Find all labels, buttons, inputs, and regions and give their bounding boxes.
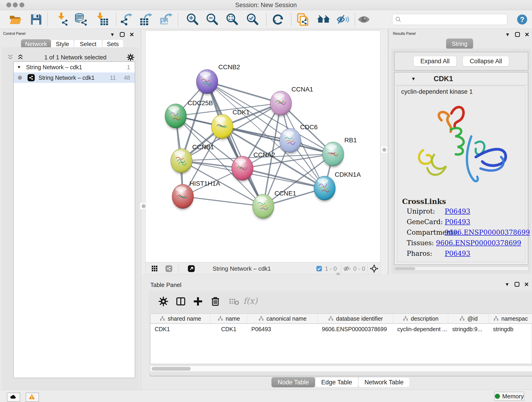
node-label-CDKN1A: CDKN1A: [335, 171, 361, 178]
float-table-icon[interactable]: [515, 282, 519, 287]
hidden-eye-slash-icon[interactable]: [343, 265, 351, 273]
crosslink-link[interactable]: P06493: [445, 207, 470, 215]
table-panel-title: Table Panel: [150, 281, 181, 288]
table-cell[interactable]: CDK1: [210, 324, 247, 334]
network-list: ▼ String Network – cdk1 1 String Network…: [13, 61, 135, 378]
close-table-icon[interactable]: ×: [525, 282, 529, 287]
table-panel: Table Panel ▼ × f(x) shared namenamecano…: [141, 275, 532, 390]
network-node-CCNB1[interactable]: CCNB1: [171, 143, 214, 174]
zoom-out-icon[interactable]: [205, 13, 219, 26]
column-header-name[interactable]: name: [210, 314, 247, 324]
table-cell[interactable]: stringdb:9...: [448, 324, 489, 334]
clone-network-icon[interactable]: [296, 13, 310, 26]
table-cell[interactable]: stringdb: [489, 324, 532, 334]
export-network-icon[interactable]: [119, 13, 133, 26]
left-splitter[interactable]: [141, 29, 146, 275]
collapse-all-networks-icon[interactable]: [6, 53, 14, 61]
export-table-icon[interactable]: [139, 13, 153, 26]
memory-status-dot: [495, 394, 500, 399]
table-cell[interactable]: P06493: [247, 324, 318, 334]
svg-text:?: ?: [520, 16, 524, 24]
network-node-CCNA1[interactable]: CCNA1: [270, 86, 313, 117]
import-table-icon[interactable]: [95, 13, 109, 26]
tab-network-table[interactable]: Network Table: [358, 377, 410, 387]
network-row[interactable]: String Network – cdk1 11 48: [14, 72, 135, 83]
save-session-icon[interactable]: [29, 13, 43, 26]
import-database-icon[interactable]: [74, 13, 88, 26]
add-column-icon[interactable]: [193, 296, 203, 307]
search-field[interactable]: [402, 15, 507, 24]
table-hscrollbar[interactable]: [150, 366, 532, 371]
column-header-namespac[interactable]: namespac: [489, 314, 532, 324]
network-collection-label: String Network – cdk1: [26, 64, 82, 70]
detach-view-icon[interactable]: [187, 265, 195, 273]
refresh-icon[interactable]: [271, 13, 285, 26]
open-session-icon[interactable]: [9, 13, 22, 26]
grid-view-icon[interactable]: [151, 265, 158, 273]
table-options-gear-icon[interactable]: [158, 296, 169, 307]
expand-all-button[interactable]: Expand All: [413, 56, 457, 66]
crosslink-link[interactable]: 9606.ENSP00000378699: [445, 229, 530, 236]
crosslink-link[interactable]: P06493: [445, 249, 470, 257]
export-image-icon[interactable]: [159, 13, 173, 26]
toolbar-separator: [116, 13, 116, 26]
crosslink-link[interactable]: P06493: [445, 218, 470, 226]
tab-string[interactable]: String: [446, 38, 473, 49]
network-share-icon[interactable]: [165, 265, 173, 273]
memory-button[interactable]: Memory: [494, 392, 524, 401]
collapse-all-button[interactable]: Collapse All: [462, 56, 509, 66]
network-node-CCNE1[interactable]: CCNE1: [253, 190, 296, 220]
column-header-canonical-name[interactable]: canonical name: [247, 314, 318, 324]
column-header-description[interactable]: description: [393, 314, 448, 324]
column-header--id[interactable]: @id: [448, 314, 489, 324]
collapse-table-icon[interactable]: ▼: [505, 282, 510, 287]
network-name: String Network – cdk1: [38, 75, 95, 81]
table-cell[interactable]: CDK1: [151, 324, 210, 334]
float-results-icon[interactable]: [515, 32, 520, 37]
close-results-icon[interactable]: ×: [525, 32, 529, 37]
expand-all-networks-icon[interactable]: [17, 53, 24, 61]
network-canvas[interactable]: CCNB2 CCNA1 CDC25B CDK1 CDC6 R: [146, 31, 380, 262]
gene-collapse-icon[interactable]: ▼: [411, 76, 416, 81]
zoom-fit-icon[interactable]: [225, 13, 239, 26]
network-collection-row[interactable]: ▼ String Network – cdk1 1: [14, 62, 135, 72]
network-node-CDKN1A[interactable]: CDKN1A: [314, 171, 361, 202]
eye-icon[interactable]: [357, 13, 371, 26]
network-type-icon: [27, 74, 35, 82]
cloud-status-button[interactable]: [7, 393, 20, 402]
selected-checkbox-icon[interactable]: [316, 265, 323, 272]
home-icon[interactable]: [317, 13, 330, 26]
table-cell[interactable]: cyclin-dependent ...: [393, 324, 448, 334]
collapse-results-icon[interactable]: ▼: [505, 32, 510, 37]
results-scrollbar[interactable]: [394, 267, 528, 270]
table-cell[interactable]: 9606.ENSP00000378699: [318, 324, 393, 334]
network-node-CCNB2[interactable]: CCNB2: [196, 64, 240, 95]
zoom-in-icon[interactable]: [186, 13, 199, 26]
right-splitter[interactable]: [380, 29, 388, 275]
collapse-panel-icon[interactable]: ▼: [110, 32, 115, 37]
toolbar-separator: [291, 13, 291, 26]
tab-node-table[interactable]: Node Table: [272, 377, 315, 387]
show-columns-icon[interactable]: [176, 296, 186, 307]
zoom-selected-icon[interactable]: [246, 13, 259, 26]
navigator-crosshair-icon[interactable]: [370, 264, 379, 273]
warnings-button[interactable]: [26, 393, 39, 402]
network-options-gear-icon[interactable]: [127, 53, 135, 61]
column-header-shared-name[interactable]: shared name: [151, 314, 210, 324]
float-panel-icon[interactable]: [120, 32, 125, 37]
help-icon[interactable]: ?: [516, 14, 528, 25]
close-panel-icon[interactable]: ×: [130, 32, 134, 37]
import-network-icon[interactable]: [55, 13, 69, 26]
tree-expand-icon[interactable]: ▼: [17, 65, 21, 70]
tab-edge-table[interactable]: Edge Table: [315, 377, 358, 387]
search-input[interactable]: [392, 14, 507, 25]
crosslink-link[interactable]: 9606.ENSP00000378699: [436, 239, 521, 247]
results-panel: Results Panel ▼ × String Expand All Coll…: [388, 29, 532, 275]
network-node-RB1[interactable]: RB1: [322, 137, 357, 167]
toggle-visibility-icon[interactable]: [336, 13, 350, 26]
node-label-CDC6: CDC6: [300, 123, 317, 131]
table-tabs: Node TableEdge TableNetwork Table: [272, 377, 410, 387]
column-header-database-identifier[interactable]: database identifier: [318, 314, 393, 324]
delete-column-icon[interactable]: [210, 296, 221, 307]
network-node-HIST1H1A[interactable]: HIST1H1A: [172, 180, 220, 210]
